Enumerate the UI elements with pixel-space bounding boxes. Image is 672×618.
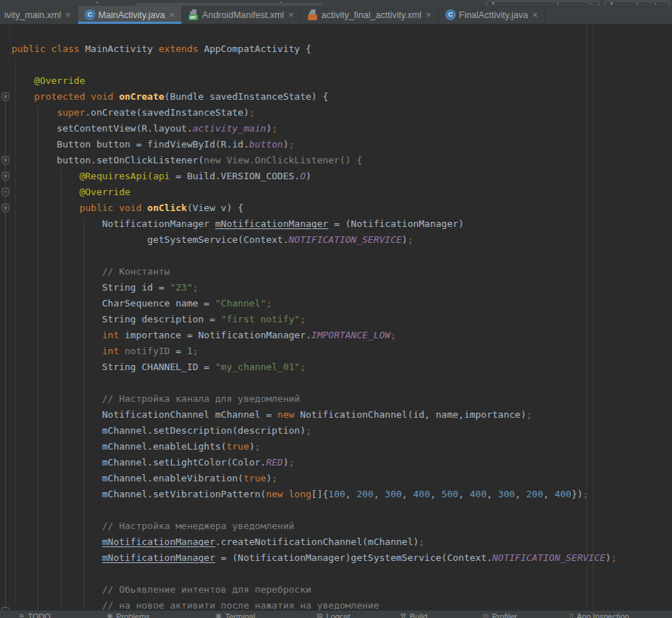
code-segment: 200 xyxy=(526,489,543,499)
tab-AndroidManifest.xml[interactable]: MFAndroidManifest.xml× xyxy=(182,6,301,24)
code-segment: 100 xyxy=(328,489,345,499)
code-line: mChannel.setDescription(description); xyxy=(12,423,672,439)
code-segment: CharSequence name = xyxy=(12,298,215,309)
code-segment: []{ xyxy=(311,489,328,499)
tab-FinalActtivity.java[interactable]: CFinalActtivity.java× xyxy=(439,6,545,24)
code-line: Button button = findViewById(R.id.button… xyxy=(12,137,672,153)
device-online-icon xyxy=(611,2,613,4)
tab-label: AndroidManifest.xml xyxy=(202,10,284,20)
code-segment: (Bundle savedInstanceState) { xyxy=(164,91,328,102)
code-segment: ; xyxy=(419,536,425,547)
code-line: // Обьявление интентов для переброски xyxy=(12,582,672,598)
tab-close-icon[interactable]: × xyxy=(426,10,431,20)
toolwindow-button-terminal[interactable]: ▣Terminal xyxy=(215,611,255,618)
active-tab-underline xyxy=(78,22,181,24)
code-segment: String description = xyxy=(12,314,221,325)
tab-close-icon[interactable]: × xyxy=(169,10,175,20)
fold-marker[interactable]: ∨ xyxy=(1,93,9,101)
code-segment: , xyxy=(374,489,385,499)
layout-xml-file-icon xyxy=(308,9,319,20)
code-segment: mChannel.setVibrationPattern( xyxy=(12,489,266,499)
tab-close-icon[interactable]: × xyxy=(66,10,72,20)
fold-marker[interactable]: ∨ xyxy=(1,156,9,165)
code-line: // Константы xyxy=(12,264,672,280)
tab-close-icon[interactable]: × xyxy=(533,10,538,20)
build-icon: ⚒ xyxy=(400,611,406,618)
code-segment: int xyxy=(102,330,119,340)
code-segment: ; xyxy=(583,489,589,499)
code-segment: onClick xyxy=(147,202,187,213)
code-segment: ; xyxy=(255,441,261,452)
toolwindow-button-profiler[interactable]: ◎Profiler xyxy=(483,611,517,618)
code-segment: notifyID xyxy=(119,346,170,356)
code-segment: RED xyxy=(266,457,283,468)
fold-marker[interactable] xyxy=(1,607,9,610)
toolwindow-button-problems[interactable]: ◉Problems xyxy=(107,611,150,618)
code-segment: ; xyxy=(192,346,198,356)
tab-activity_final_acttivity.xml[interactable]: activity_final_acttivity.xml× xyxy=(301,6,439,24)
code-segment: // на новое активити после нажатия на ув… xyxy=(102,600,379,610)
code-segment: ; xyxy=(526,409,532,420)
code-segment xyxy=(12,330,102,340)
toolbar-dot-icon xyxy=(96,1,98,4)
profiler-icon: ◎ xyxy=(483,611,488,618)
toolwindow-label: Build xyxy=(410,611,427,618)
tab-MainActivity.java[interactable]: CMainActivity.java× xyxy=(78,6,182,24)
toolwindow-button-logcat[interactable]: ▤Logcat xyxy=(316,611,350,618)
terminal-icon: ▣ xyxy=(215,611,222,618)
toolwindow-button-app-inspection[interactable]: ▯App Inspection xyxy=(569,611,629,618)
code-editor[interactable]: public class MainActivity extends AppCom… xyxy=(0,25,672,610)
tab-ivity_main.xml[interactable]: ivity_main.xml× xyxy=(0,6,78,24)
code-segment: (View v) { xyxy=(187,202,244,213)
toolwindow-label: App Inspection xyxy=(577,611,629,618)
todo-icon: ≡ xyxy=(19,611,25,618)
code-segment: @Override xyxy=(34,75,85,86)
fold-marker[interactable]: ∨ xyxy=(1,172,9,181)
code-segment: ; xyxy=(192,282,198,293)
code-segment: mChannel.enableLights( xyxy=(12,441,226,452)
toolwindow-button-todo[interactable]: ≡TODO xyxy=(19,611,51,618)
code-segment: activity_main xyxy=(192,123,266,134)
code-segment: String CHANNEL_ID = xyxy=(12,361,215,372)
toolbar-mark-icon xyxy=(590,3,591,4)
fold-marker[interactable]: ∨ xyxy=(1,204,9,213)
fold-marker[interactable]: − xyxy=(1,188,9,197)
toolbar-mark-icon xyxy=(637,3,638,4)
code-segment: IMPORTANCE_LOW xyxy=(311,330,391,340)
code-segment: 300 xyxy=(498,489,514,499)
code-segment: mChannel.enableVibration( xyxy=(12,473,244,484)
code-segment: protected void xyxy=(34,91,119,102)
run-icon xyxy=(492,2,494,4)
code-segment: new xyxy=(277,409,294,420)
code-segment: // Обьявление интентов для переброски xyxy=(102,584,311,595)
code-segment xyxy=(12,202,79,213)
app-inspection-icon: ▯ xyxy=(569,611,573,618)
code-line: String description = "first notify"; xyxy=(12,312,672,327)
toolwindow-label: Logcat xyxy=(327,611,350,618)
code-segment: ; xyxy=(390,330,396,340)
code-segment: button xyxy=(249,139,283,150)
java-class-icon: C xyxy=(85,9,95,20)
code-segment: getSystemService(Context. xyxy=(12,234,289,245)
code-segment: ; xyxy=(289,139,295,150)
code-segment: ; xyxy=(408,234,413,245)
code-segment: , xyxy=(402,489,413,499)
layout-badge-icon xyxy=(308,14,317,20)
code-area[interactable]: public class MainActivity extends AppCom… xyxy=(0,25,672,610)
code-segment: ) xyxy=(402,234,408,245)
code-line: @Override xyxy=(12,184,672,200)
code-line: super.onCreate(savedInstanceState); xyxy=(12,105,672,121)
tab-label: MainActivity.java xyxy=(98,10,165,20)
code-segment: , xyxy=(515,489,527,499)
code-line: @RequiresApi(api = Build.VERSION_CODES.O… xyxy=(12,168,672,184)
code-segment: "my_channel_01" xyxy=(215,361,300,372)
code-line: NotificationManager mNotificationManager… xyxy=(12,216,672,232)
code-line: // на новое активити после нажатия на ув… xyxy=(12,598,672,610)
tab-close-icon[interactable]: × xyxy=(288,10,294,20)
code-segment: ) xyxy=(606,552,611,563)
toolwindow-button-build[interactable]: ⚒Build xyxy=(400,611,428,618)
code-segment: @Override xyxy=(79,186,130,197)
file-fragment-icon xyxy=(190,9,197,14)
code-segment: mNotificationManager xyxy=(102,536,215,547)
toolwindow-label: Terminal xyxy=(225,611,256,618)
